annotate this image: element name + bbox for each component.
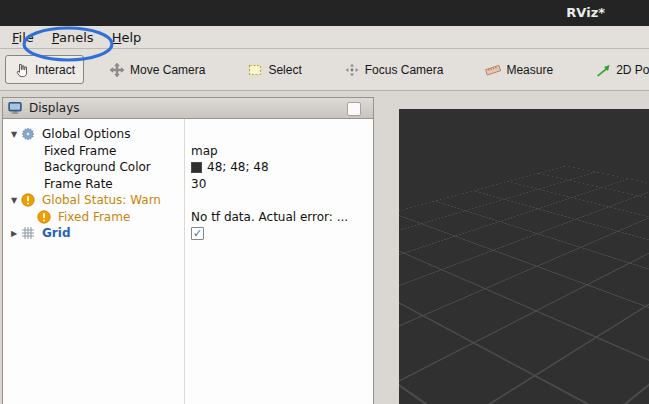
render-viewport[interactable] <box>399 109 649 404</box>
menu-bar: File Panels Help <box>0 26 649 49</box>
tree-row-grid[interactable]: ▶ Grid ✓ <box>3 225 373 242</box>
status-message: No tf data. Actual error: ... <box>184 210 373 224</box>
ground-grid <box>399 109 649 356</box>
tree-row-background-color[interactable]: Background Color 48; 48; 48 <box>3 159 373 176</box>
property-label: Global Status: Warn <box>42 193 161 207</box>
expander-open-icon[interactable]: ▼ <box>7 196 21 205</box>
interact-tool-button[interactable]: Interact <box>5 55 84 84</box>
displays-panel: Displays ▼ Global Options Fixed F <box>2 97 374 404</box>
fixed-frame-value[interactable]: map <box>184 144 373 158</box>
check-icon: ✓ <box>193 228 202 239</box>
measure-tool-button[interactable]: Measure <box>476 55 562 84</box>
window-title: RViz* <box>566 5 605 20</box>
displays-panel-header[interactable]: Displays <box>3 98 373 119</box>
background-color-value[interactable]: 48; 48; 48 <box>184 160 373 174</box>
property-label: Background Color <box>44 160 151 174</box>
window-titlebar: RViz* <box>0 0 649 26</box>
menu-file[interactable]: File <box>3 28 43 47</box>
select-tool-button[interactable]: Select <box>238 55 310 84</box>
tool-label: Measure <box>506 63 553 77</box>
tree-row-fixed-frame[interactable]: Fixed Frame map <box>3 143 373 160</box>
tool-label: Select <box>268 63 301 77</box>
grid-icon <box>21 226 36 240</box>
tool-label: Move Camera <box>130 63 205 77</box>
warning-icon <box>21 193 36 207</box>
tree-row-status-fixed-frame[interactable]: Fixed Frame No tf data. Actual error: ..… <box>3 209 373 226</box>
property-label: Frame Rate <box>44 177 113 191</box>
property-label: Global Options <box>42 127 130 141</box>
menu-panels[interactable]: Panels <box>43 28 103 47</box>
select-box-icon <box>247 62 263 78</box>
measure-ruler-icon <box>485 62 501 78</box>
global-options-gear-icon <box>21 127 36 141</box>
property-label: Fixed Frame <box>58 210 130 224</box>
displays-panel-title: Displays <box>29 101 79 115</box>
property-label: Grid <box>42 226 70 240</box>
move-camera-tool-button[interactable]: Move Camera <box>100 55 214 84</box>
move-camera-icon <box>109 62 125 78</box>
expander-closed-icon[interactable]: ▶ <box>7 229 21 238</box>
tree-row-global-options[interactable]: ▼ Global Options <box>3 126 373 143</box>
tool-bar: Interact Move Camera Select Focus Camera… <box>0 49 649 91</box>
pose-estimate-arrow-icon <box>595 62 611 78</box>
grid-enabled-checkbox[interactable]: ✓ <box>191 227 204 240</box>
pose-estimate-tool-button[interactable]: 2D Pose Esti <box>586 55 649 84</box>
displays-tree: ▼ Global Options Fixed Frame map <box>3 119 373 404</box>
property-label: Fixed Frame <box>44 144 116 158</box>
main-area: Displays ▼ Global Options Fixed F <box>0 92 649 404</box>
monitor-icon <box>8 101 23 115</box>
tool-label: Interact <box>35 63 75 77</box>
expander-open-icon[interactable]: ▼ <box>7 130 21 139</box>
tree-row-frame-rate[interactable]: Frame Rate 30 <box>3 176 373 193</box>
color-swatch[interactable] <box>191 162 202 173</box>
focus-camera-tool-button[interactable]: Focus Camera <box>335 55 453 84</box>
tool-label: 2D Pose Esti <box>616 63 649 77</box>
panel-float-button[interactable] <box>347 102 361 116</box>
focus-camera-icon <box>344 62 360 78</box>
tree-row-global-status[interactable]: ▼ Global Status: Warn <box>3 192 373 209</box>
frame-rate-value[interactable]: 30 <box>184 177 373 191</box>
tool-label: Focus Camera <box>365 63 444 77</box>
warning-icon <box>37 210 52 224</box>
menu-help[interactable]: Help <box>103 28 151 47</box>
interact-hand-icon <box>14 62 30 78</box>
